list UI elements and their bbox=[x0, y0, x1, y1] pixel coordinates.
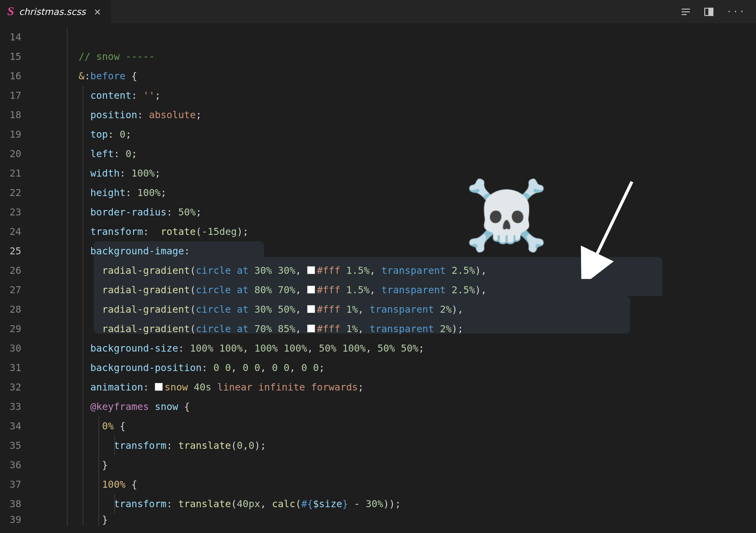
close-icon[interactable]: × bbox=[94, 7, 101, 16]
line-number[interactable]: 37 bbox=[0, 475, 33, 494]
line-number[interactable]: 14 bbox=[0, 27, 33, 47]
code-line[interactable]: radial-gradient(circle at 70% 85%, #fff … bbox=[33, 319, 756, 339]
code-line[interactable]: top: 0; bbox=[33, 125, 756, 144]
line-number[interactable]: 30 bbox=[0, 339, 33, 358]
line-number[interactable]: 35 bbox=[0, 436, 33, 455]
line-number[interactable]: 39 bbox=[0, 514, 33, 526]
code-line[interactable]: 100% { bbox=[33, 475, 756, 494]
code-line[interactable]: animation: snow 40s linear infinite forw… bbox=[33, 377, 756, 397]
color-swatch-icon[interactable] bbox=[307, 305, 315, 313]
code-line[interactable]: background-size: 100% 100%, 100% 100%, 5… bbox=[33, 339, 756, 358]
code-line[interactable]: 0% { bbox=[33, 416, 756, 436]
comment: // snow ----- bbox=[79, 51, 155, 62]
line-number[interactable]: 26 bbox=[0, 261, 33, 280]
code-line[interactable]: background-position: 0 0, 0 0, 0 0, 0 0; bbox=[33, 358, 756, 377]
code-line[interactable]: width: 100%; bbox=[33, 164, 756, 183]
code-line[interactable]: } bbox=[33, 455, 756, 475]
tabs-container: S christmas.scss × bbox=[0, 0, 111, 23]
color-swatch-icon[interactable] bbox=[307, 266, 315, 274]
line-number[interactable]: 21 bbox=[0, 164, 33, 183]
code-line[interactable]: } bbox=[33, 514, 756, 526]
code-line[interactable]: transform: translate(40px, calc(#{$size}… bbox=[33, 494, 756, 514]
editor-actions: ··· bbox=[680, 0, 756, 23]
line-number[interactable]: 32 bbox=[0, 377, 33, 397]
svg-rect-5 bbox=[709, 8, 713, 15]
code-area[interactable]: // snow ----- &:before { content: ''; po… bbox=[33, 24, 756, 533]
code-line[interactable]: background-image: bbox=[33, 241, 756, 261]
code-line[interactable]: transform: rotate(-15deg); bbox=[33, 222, 756, 241]
code-editor[interactable]: 1415161718192021222324252627282930313233… bbox=[0, 24, 756, 533]
sass-icon: S bbox=[7, 5, 14, 17]
line-number[interactable]: 28 bbox=[0, 300, 33, 319]
line-number[interactable]: 18 bbox=[0, 105, 33, 125]
code-line[interactable] bbox=[33, 27, 756, 47]
code-line[interactable]: height: 100%; bbox=[33, 183, 756, 202]
line-number[interactable]: 24 bbox=[0, 222, 33, 241]
word-wrap-icon[interactable] bbox=[680, 6, 691, 17]
color-swatch-icon[interactable] bbox=[307, 286, 315, 293]
split-editor-icon[interactable] bbox=[703, 6, 714, 17]
code-line[interactable]: position: absolute; bbox=[33, 105, 756, 125]
tab-bar: S christmas.scss × ··· bbox=[0, 0, 756, 24]
code-line[interactable]: &:before { bbox=[33, 66, 756, 86]
code-line[interactable]: border-radius: 50%; bbox=[33, 202, 756, 222]
line-number[interactable]: 33 bbox=[0, 397, 33, 416]
code-line[interactable]: @keyframes snow { bbox=[33, 397, 756, 416]
color-swatch-icon[interactable] bbox=[307, 324, 315, 332]
code-line[interactable]: left: 0; bbox=[33, 144, 756, 164]
line-number[interactable]: 15 bbox=[0, 47, 33, 66]
line-number[interactable]: 38 bbox=[0, 494, 33, 514]
code-line[interactable]: transform: translate(0,0); bbox=[33, 436, 756, 455]
line-number[interactable]: 36 bbox=[0, 455, 33, 475]
line-number-gutter: 1415161718192021222324252627282930313233… bbox=[0, 24, 33, 533]
code-line[interactable]: radial-gradient(circle at 80% 70%, #fff … bbox=[33, 280, 756, 300]
line-number[interactable]: 16 bbox=[0, 66, 33, 86]
line-number[interactable]: 34 bbox=[0, 416, 33, 436]
line-number[interactable]: 23 bbox=[0, 202, 33, 222]
line-number[interactable]: 20 bbox=[0, 144, 33, 164]
line-number[interactable]: 19 bbox=[0, 125, 33, 144]
code-line[interactable]: content: ''; bbox=[33, 86, 756, 105]
tab-filename: christmas.scss bbox=[19, 6, 86, 17]
color-swatch-icon[interactable] bbox=[155, 383, 163, 391]
line-number[interactable]: 31 bbox=[0, 358, 33, 377]
more-actions-icon[interactable]: ··· bbox=[726, 7, 746, 17]
line-number[interactable]: 17 bbox=[0, 86, 33, 105]
line-number[interactable]: 29 bbox=[0, 319, 33, 339]
line-number[interactable]: 27 bbox=[0, 280, 33, 300]
code-line[interactable]: // snow ----- bbox=[33, 47, 756, 66]
code-line[interactable]: radial-gradient(circle at 30% 50%, #fff … bbox=[33, 300, 756, 319]
code-line[interactable]: radial-gradient(circle at 30% 30%, #fff … bbox=[33, 261, 756, 280]
line-number[interactable]: 22 bbox=[0, 183, 33, 202]
tab-christmas-scss[interactable]: S christmas.scss × bbox=[0, 0, 111, 23]
line-number[interactable]: 25 bbox=[0, 241, 33, 261]
